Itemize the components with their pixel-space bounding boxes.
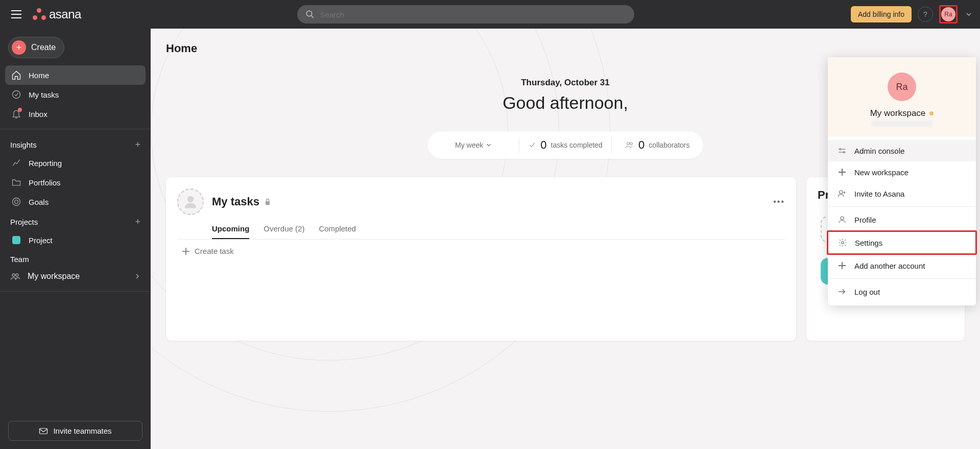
chart-icon [11, 158, 21, 168]
gear-icon [838, 238, 848, 248]
people-icon [625, 141, 634, 149]
create-button[interactable]: + Create [8, 37, 64, 58]
chevron-right-icon [134, 273, 140, 279]
sidebar-label: Home [29, 71, 49, 80]
mail-icon [39, 428, 48, 435]
avatar-placeholder[interactable] [177, 188, 204, 215]
main-content: Home Thursday, October 31 Good afternoon… [151, 29, 980, 449]
menu-header: Ra My workspace [828, 57, 976, 137]
add-billing-button[interactable]: Add billing info [851, 6, 912, 22]
sidebar: + Create Home My tasks Inbox [0, 29, 151, 449]
avatar-highlight: Ra [939, 5, 958, 23]
tab-overdue[interactable]: Overdue (2) [264, 224, 304, 239]
sidebar-label: My tasks [29, 90, 59, 99]
sidebar-item-reporting[interactable]: Reporting [5, 153, 146, 173]
tab-upcoming[interactable]: Upcoming [212, 224, 249, 239]
help-button[interactable]: ? [918, 7, 933, 22]
svg-point-1 [13, 91, 20, 99]
svg-point-16 [840, 191, 843, 194]
card-title: My tasks [212, 195, 271, 208]
card-menu-button[interactable]: ••• [773, 197, 785, 206]
section-title: Projects [10, 218, 38, 226]
add-project-button[interactable]: + [135, 217, 140, 227]
person-icon [837, 215, 847, 225]
sidebar-item-inbox[interactable]: Inbox [5, 104, 146, 124]
sidebar-label: Project [29, 236, 53, 245]
svg-point-3 [15, 200, 18, 204]
team-section-header: Team [0, 250, 151, 267]
target-icon [11, 197, 21, 207]
status-dot-icon [929, 111, 934, 115]
menu-label: Add another account [854, 262, 925, 270]
sidebar-item-goals[interactable]: Goals [5, 192, 146, 211]
svg-point-15 [843, 152, 845, 153]
invite-label: Invite teammates [53, 427, 111, 435]
logo-icon [33, 8, 46, 21]
menu-email-blurred [871, 121, 933, 127]
filter-label: My week [455, 141, 483, 149]
tasks-count: 0 [540, 138, 546, 152]
home-icon [11, 70, 21, 80]
sidebar-label: Portfolios [29, 178, 61, 187]
plus-icon [837, 167, 847, 177]
sidebar-label: Inbox [29, 110, 47, 119]
svg-point-7 [627, 143, 630, 145]
add-insight-button[interactable]: + [135, 139, 140, 150]
menu-label: New workspace [854, 168, 909, 177]
search-input[interactable] [320, 10, 626, 19]
logo-text: asana [49, 7, 81, 21]
chevron-down-icon[interactable] [966, 11, 972, 17]
menu-avatar: Ra [888, 73, 916, 101]
menu-label: Profile [854, 216, 876, 224]
hamburger-menu-button[interactable] [8, 6, 25, 22]
svg-point-4 [12, 274, 15, 276]
check-icon [528, 141, 536, 149]
sidebar-label: Reporting [29, 159, 62, 168]
menu-label: Invite to Asana [854, 190, 904, 198]
lock-icon [265, 198, 271, 205]
tab-completed[interactable]: Completed [319, 224, 356, 239]
settings-highlight: Settings [827, 230, 977, 255]
stats-filter-dropdown[interactable]: My week [455, 141, 491, 149]
create-task-button[interactable]: Create task [177, 240, 785, 255]
menu-item-settings[interactable]: Settings [828, 232, 975, 253]
sidebar-item-project[interactable]: Project [5, 230, 146, 250]
svg-point-2 [13, 198, 20, 206]
menu-label: Log out [854, 288, 880, 296]
invite-teammates-button[interactable]: Invite teammates [8, 421, 142, 441]
profile-dropdown-menu: Ra My workspace Admin console New worksp… [828, 57, 976, 305]
search-bar[interactable] [297, 5, 634, 23]
workspace-label: My workspace [28, 272, 80, 281]
menu-item-logout[interactable]: Log out [828, 281, 976, 302]
menu-item-invite[interactable]: Invite to Asana [828, 183, 976, 204]
create-label: Create [31, 43, 56, 52]
sidebar-item-mytasks[interactable]: My tasks [5, 85, 146, 104]
projects-section-header: Projects + [0, 211, 151, 230]
svg-point-18 [842, 242, 844, 244]
create-task-label: Create task [195, 247, 234, 255]
collaborators-stat: 0 collaborators [612, 137, 703, 153]
menu-item-admin-console[interactable]: Admin console [828, 140, 976, 161]
folder-icon [11, 177, 21, 187]
svg-point-0 [307, 11, 313, 16]
asana-logo[interactable]: asana [33, 7, 81, 21]
check-circle-icon [11, 89, 21, 100]
project-color-icon [11, 235, 21, 245]
workspace-text: My workspace [870, 108, 926, 119]
sidebar-item-portfolios[interactable]: Portfolios [5, 173, 146, 192]
svg-point-9 [187, 196, 194, 203]
menu-item-profile[interactable]: Profile [828, 209, 976, 230]
menu-item-new-workspace[interactable]: New workspace [828, 161, 976, 183]
chevron-down-icon [486, 143, 491, 148]
collab-count: 0 [638, 138, 644, 152]
topbar: asana Add billing info ? Ra [0, 0, 980, 29]
search-icon [305, 10, 315, 19]
person-plus-icon [837, 188, 847, 199]
sidebar-item-workspace[interactable]: My workspace [0, 267, 151, 286]
section-title: Team [10, 255, 29, 264]
profile-avatar-button[interactable]: Ra [941, 7, 955, 21]
menu-item-add-account[interactable]: Add another account [828, 255, 976, 276]
sidebar-label: Goals [29, 198, 49, 206]
sidebar-item-home[interactable]: Home [5, 65, 146, 85]
menu-icon [11, 10, 21, 18]
